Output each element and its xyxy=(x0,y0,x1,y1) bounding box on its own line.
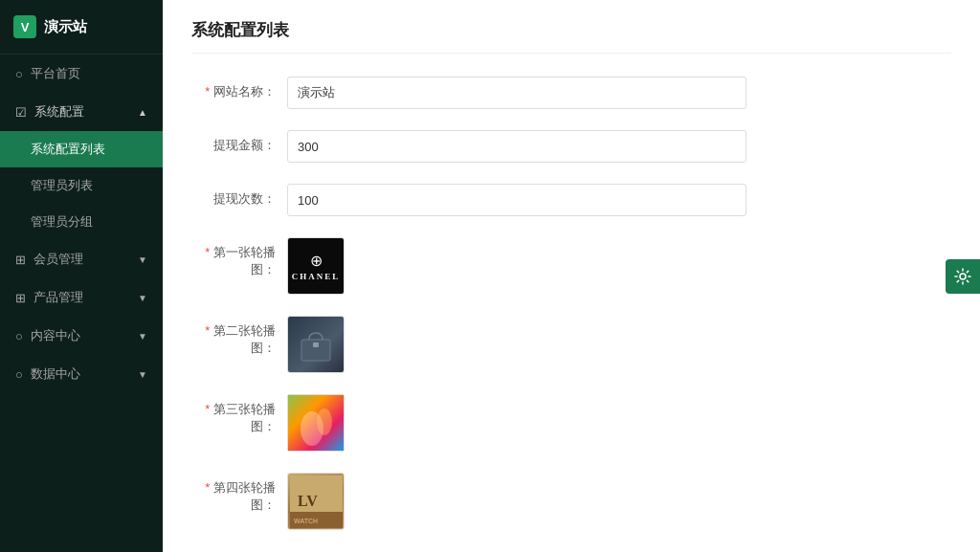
banner1-image: ⊕ CHANEL xyxy=(288,238,344,294)
banner1-preview[interactable]: ⊕ CHANEL xyxy=(287,237,345,295)
chevron-down-icon: ▼ xyxy=(138,254,147,265)
banner2-preview[interactable] xyxy=(287,316,345,373)
form-item-banner1: 第一张轮播图： ⊕ CHANEL xyxy=(191,237,951,295)
form-item-site-name: 网站名称： xyxy=(191,77,951,109)
form-item-withdrawal-amount: 提现金额： xyxy=(191,130,951,163)
banner4-label: 第四张轮播图： xyxy=(191,473,287,514)
withdrawal-amount-label: 提现金额： xyxy=(191,130,287,154)
settings-fab[interactable] xyxy=(946,259,980,294)
withdrawal-times-label: 提现次数： xyxy=(191,184,287,208)
data-icon: ○ xyxy=(15,367,23,382)
banner3-preview[interactable] xyxy=(287,394,345,452)
chanel-text: CHANEL xyxy=(292,272,341,281)
logo-title: 演示站 xyxy=(44,18,87,36)
site-name-input[interactable] xyxy=(287,77,746,109)
svg-rect-2 xyxy=(313,342,319,347)
sidebar-item-content[interactable]: ○ 内容中心 ▼ xyxy=(0,317,163,355)
form-item-banner3: 第三张轮播图： xyxy=(191,394,951,452)
sidebar-item-label: 产品管理 xyxy=(33,289,83,306)
sidebar-item-product[interactable]: ⊞ 产品管理 ▼ xyxy=(0,278,163,317)
sidebar-subitem-config-list[interactable]: 系统配置列表 xyxy=(0,131,163,167)
sidebar: V 演示站 ○ 平台首页 ☑ 系统配置 ▲ 系统配置列表 管理员列表 管理员分组… xyxy=(0,0,163,552)
sidebar-item-label: 会员管理 xyxy=(33,251,83,268)
product-icon: ⊞ xyxy=(15,291,26,305)
main-content: 系统配置列表 网站名称： 提现金额： 提现次数： 第一张轮播图： ⊕ CHANE… xyxy=(163,0,980,552)
logo-icon: V xyxy=(13,15,36,38)
chevron-up-icon: ▲ xyxy=(138,107,147,118)
sidebar-item-label: 平台首页 xyxy=(31,65,80,82)
sidebar-item-data[interactable]: ○ 数据中心 ▼ xyxy=(0,355,163,393)
sidebar-item-label: 内容中心 xyxy=(31,327,80,344)
sidebar-item-label: 数据中心 xyxy=(31,365,80,383)
chanel-double-c: ⊕ xyxy=(310,252,323,270)
banner2-image xyxy=(288,317,344,372)
svg-text:WATCH: WATCH xyxy=(294,518,318,524)
sidebar-item-system-config[interactable]: ☑ 系统配置 ▲ xyxy=(0,93,163,131)
banner1-label: 第一张轮播图： xyxy=(191,237,287,278)
lv-svg: LV WATCH xyxy=(290,475,343,528)
form-item-withdrawal-times: 提现次数： xyxy=(191,184,951,216)
chevron-down-icon: ▼ xyxy=(138,369,147,380)
settings-icon xyxy=(954,268,971,285)
svg-text:LV: LV xyxy=(298,493,318,509)
sidebar-logo: V 演示站 xyxy=(0,0,163,55)
home-icon: ○ xyxy=(15,67,23,81)
chevron-down-icon: ▼ xyxy=(138,293,147,303)
config-icon: ☑ xyxy=(15,105,27,120)
sidebar-subitem-label: 系统配置列表 xyxy=(31,141,105,158)
sidebar-subitem-admin-list[interactable]: 管理员列表 xyxy=(0,167,163,204)
form-item-banner2: 第二张轮播图： xyxy=(191,316,951,373)
banner3-label: 第三张轮播图： xyxy=(191,394,287,435)
withdrawal-amount-input[interactable] xyxy=(287,130,746,163)
content-icon: ○ xyxy=(15,329,23,343)
banner3-image xyxy=(288,395,344,451)
page-title: 系统配置列表 xyxy=(191,19,951,54)
sidebar-subitem-admin-group[interactable]: 管理员分组 xyxy=(0,204,163,240)
colorful-svg xyxy=(288,395,344,451)
site-name-label: 网站名称： xyxy=(191,77,287,100)
banner2-label: 第二张轮播图： xyxy=(191,316,287,357)
sidebar-item-member[interactable]: ⊞ 会员管理 ▼ xyxy=(0,240,163,278)
sidebar-item-platform-home[interactable]: ○ 平台首页 xyxy=(0,55,163,93)
banner4-preview[interactable]: LV WATCH xyxy=(287,473,345,530)
bag-svg xyxy=(297,328,335,362)
member-icon: ⊞ xyxy=(15,253,26,267)
svg-point-5 xyxy=(317,408,332,435)
sidebar-subitem-label: 管理员列表 xyxy=(31,177,93,194)
chevron-down-icon: ▼ xyxy=(138,331,147,342)
banner4-image: LV WATCH xyxy=(288,474,344,529)
form-item-banner4: 第四张轮播图： LV WATCH xyxy=(191,473,951,530)
withdrawal-times-input[interactable] xyxy=(287,184,746,216)
svg-point-10 xyxy=(960,274,966,279)
sidebar-item-label: 系统配置 xyxy=(34,103,84,121)
sidebar-subitem-label: 管理员分组 xyxy=(31,213,93,231)
